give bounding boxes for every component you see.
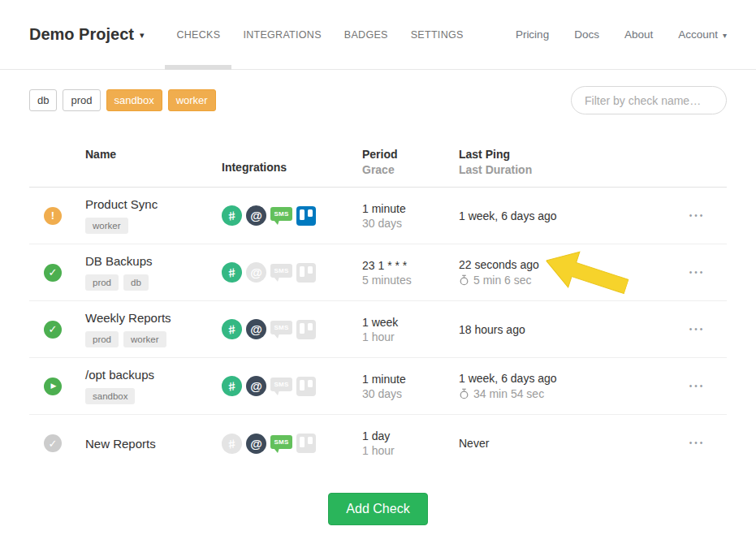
email-icon: @	[246, 262, 266, 283]
nav-link-docs[interactable]: Docs	[574, 28, 599, 41]
more-menu-button[interactable]: •••	[688, 434, 707, 452]
project-name: Demo Project	[29, 25, 134, 44]
account-menu[interactable]: Account ▾	[678, 28, 727, 41]
slack-icon: #	[220, 261, 244, 284]
grace-value: 1 hour	[362, 330, 459, 343]
tab-badges[interactable]: BADGES	[333, 0, 400, 69]
more-menu-button[interactable]: •••	[688, 378, 707, 395]
status-started-icon: ▶	[44, 378, 62, 395]
check-name-link[interactable]: /opt backups	[85, 368, 222, 382]
last-ping-value: 1 week, 6 days ago	[459, 372, 667, 385]
sms-icon: SMS	[270, 321, 292, 334]
trello-icon	[296, 263, 316, 283]
check-tag: db	[123, 274, 149, 291]
last-ping-value: 22 seconds ago	[459, 258, 667, 271]
footer-actions: Add Check	[0, 493, 756, 525]
check-name-link[interactable]: Product Sync	[85, 197, 222, 211]
status-up-icon: ✓	[44, 264, 62, 282]
last-ping-value: 18 hours ago	[459, 323, 667, 336]
grace-value: 1 hour	[362, 444, 459, 457]
nav-link-about[interactable]: About	[624, 28, 653, 41]
trello-icon	[296, 377, 316, 396]
header-period: Period	[362, 148, 459, 161]
check-name-link[interactable]: DB Backups	[85, 254, 222, 268]
table-row: ▶ /opt backups sandbox # @ SMS 1 minute …	[29, 358, 727, 415]
more-menu-button[interactable]: •••	[688, 207, 707, 225]
last-ping-value: 1 week, 6 days ago	[459, 209, 667, 222]
slack-icon: #	[220, 432, 244, 455]
sms-icon: SMS	[270, 264, 292, 278]
filter-row: db prod sandbox worker	[29, 86, 727, 114]
nav-link-pricing[interactable]: Pricing	[516, 28, 549, 41]
tag-filter-sandbox[interactable]: sandbox	[106, 89, 162, 112]
email-icon: @	[246, 205, 266, 226]
status-late-icon: !	[44, 207, 62, 225]
check-tag: worker	[123, 331, 166, 348]
tab-checks[interactable]: CHECKS	[165, 0, 231, 69]
add-check-button[interactable]: Add Check	[328, 493, 427, 525]
slack-icon: #	[220, 204, 244, 227]
grace-value: 30 days	[362, 387, 459, 400]
header-grace: Grace	[362, 163, 459, 176]
tag-filter-prod[interactable]: prod	[63, 89, 100, 112]
nav-links: Pricing Docs About Account ▾	[490, 28, 727, 41]
check-tag: sandbox	[85, 388, 135, 405]
last-duration-value: 5 min 6 sec	[473, 274, 532, 287]
sms-icon: SMS	[270, 378, 292, 391]
status-new-icon: ✓	[44, 434, 62, 452]
last-duration-value: 34 min 54 sec	[473, 387, 544, 400]
check-name-link[interactable]: New Reports	[85, 437, 222, 451]
tag-filter-worker[interactable]: worker	[168, 89, 216, 112]
table-row: ✓ DB Backups prod db # @ SMS 23 1 * * * …	[29, 244, 727, 301]
stopwatch-icon	[459, 388, 469, 399]
trello-icon	[296, 434, 316, 453]
grace-value: 30 days	[362, 217, 459, 230]
account-label: Account	[678, 28, 718, 41]
chevron-down-icon: ▾	[723, 31, 727, 40]
last-ping-value: Never	[459, 437, 667, 450]
period-value: 1 minute	[362, 373, 459, 386]
email-icon: @	[246, 319, 266, 339]
email-icon: @	[246, 376, 266, 396]
tab-integrations[interactable]: INTEGRATIONS	[231, 0, 332, 69]
filter-input[interactable]	[571, 86, 727, 114]
nav-tabs: CHECKS INTEGRATIONS BADGES SETTINGS	[165, 0, 474, 69]
email-icon: @	[246, 434, 266, 454]
table-row: ! Product Sync worker # @ SMS 1 minute 3…	[29, 188, 727, 244]
period-value: 1 week	[362, 316, 459, 329]
header-name: Name	[85, 148, 222, 161]
stopwatch-icon	[459, 274, 469, 286]
tab-settings[interactable]: SETTINGS	[400, 0, 475, 69]
slack-icon: #	[220, 374, 244, 398]
table-row: ✓ New Reports # @ SMS 1 day 1 hour Never…	[29, 415, 727, 472]
period-value: 1 minute	[362, 202, 459, 215]
check-tag: prod	[85, 331, 119, 348]
period-value: 23 1 * * *	[362, 259, 459, 272]
top-navbar: Demo Project ▾ CHECKS INTEGRATIONS BADGE…	[0, 0, 756, 70]
trello-icon	[296, 320, 316, 339]
grace-value: 5 minutes	[362, 274, 459, 287]
check-name-link[interactable]: Weekly Reports	[85, 311, 222, 325]
check-tag: worker	[85, 218, 128, 235]
header-last-duration: Last Duration	[459, 163, 667, 176]
chevron-down-icon: ▾	[140, 30, 145, 41]
status-up-icon: ✓	[44, 321, 62, 339]
header-last-ping: Last Ping	[459, 148, 667, 161]
checks-table: Name Integrations Period Grace Last Ping…	[29, 137, 727, 472]
table-header: Name Integrations Period Grace Last Ping…	[29, 137, 727, 188]
slack-icon: #	[220, 317, 244, 341]
tag-filters: db prod sandbox worker	[29, 89, 216, 112]
more-menu-button[interactable]: •••	[688, 264, 707, 282]
more-menu-button[interactable]: •••	[688, 321, 707, 339]
header-integrations: Integrations	[222, 161, 287, 174]
trello-icon	[296, 206, 316, 226]
sms-icon: SMS	[270, 435, 292, 449]
sms-icon: SMS	[270, 207, 292, 221]
tag-filter-db[interactable]: db	[29, 89, 57, 112]
project-switcher[interactable]: Demo Project ▾	[29, 25, 144, 44]
table-row: ✓ Weekly Reports prod worker # @ SMS 1 w…	[29, 301, 727, 358]
period-value: 1 day	[362, 429, 459, 442]
check-tag: prod	[85, 274, 119, 291]
